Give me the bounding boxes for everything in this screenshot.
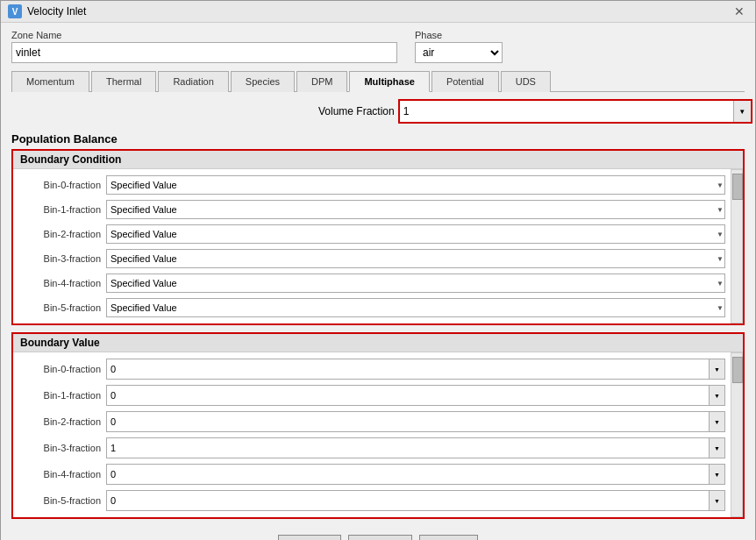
table-row: Bin-2-fraction ▼ (18, 409, 725, 435)
bin-1-select-wrapper: Specified Value Profile ▼ (106, 200, 725, 219)
bv-bin-label-3: Bin-3-fraction (18, 443, 106, 453)
boundary-value-content: Bin-0-fraction ▼ Bin-1-fraction ▼ (13, 352, 743, 517)
bin-0-select[interactable]: Specified Value Profile (106, 175, 725, 195)
volume-fraction-input[interactable] (400, 101, 733, 122)
volume-fraction-row: Volume Fraction ▼ (318, 99, 745, 124)
table-row: Bin-3-fraction ▼ (18, 435, 725, 461)
bv-bin-label-4: Bin-4-fraction (18, 469, 106, 480)
table-row: Bin-1-fraction ▼ (18, 382, 725, 409)
bv-bin-label-5: Bin-5-fraction (18, 495, 106, 506)
bin-label-3: Bin-3-fraction (18, 253, 106, 264)
bv-bin-1-dropdown[interactable]: ▼ (709, 386, 724, 405)
bv-bin-0-dropdown[interactable]: ▼ (709, 359, 724, 379)
boundary-condition-panel: Boundary Condition Bin-0-fraction Specif… (11, 149, 745, 325)
bv-bin-3-wrapper: ▼ (106, 437, 725, 458)
bv-bin-2-input[interactable] (107, 412, 709, 431)
bv-bin-0-wrapper: ▼ (106, 359, 725, 380)
bin-3-select[interactable]: Specified Value Profile (106, 249, 725, 268)
zone-name-label: Zone Name (11, 30, 397, 40)
close-button[interactable]: Close (348, 535, 412, 540)
bin-3-select-wrapper: Specified Value Profile ▼ (106, 249, 725, 268)
boundary-value-title: Boundary Value (13, 334, 743, 352)
bin-5-select[interactable]: Specified Value Profile (106, 298, 725, 317)
table-row: Bin-3-fraction Specified Value Profile ▼ (18, 246, 725, 271)
scrollbar-thumb-bv (732, 357, 743, 383)
window-icon: V (8, 4, 22, 18)
bin-2-select-wrapper: Specified Value Profile ▼ (106, 224, 725, 244)
table-row: Bin-5-fraction ▼ (18, 487, 725, 514)
bin-label-4: Bin-4-fraction (18, 278, 106, 288)
zone-name-group: Zone Name (11, 30, 397, 63)
phase-select-wrapper: air water mixture (415, 42, 503, 63)
bv-bin-5-wrapper: ▼ (106, 490, 725, 511)
window-title: Velocity Inlet (27, 5, 86, 18)
bv-bin-1-input[interactable] (107, 386, 709, 405)
population-balance-title: Population Balance (11, 132, 745, 146)
bin-0-select-wrapper: Specified Value Profile ▼ (106, 175, 725, 195)
zone-name-input[interactable] (11, 42, 397, 63)
volume-fraction-label: Volume Fraction (318, 105, 395, 117)
bv-bin-label-1: Bin-1-fraction (18, 390, 106, 401)
bin-4-select-wrapper: Specified Value Profile ▼ (106, 274, 725, 293)
boundary-condition-title: Boundary Condition (13, 151, 743, 169)
bv-bin-5-input[interactable] (107, 491, 709, 510)
tab-uds[interactable]: UDS (501, 71, 551, 92)
bv-bin-label-2: Bin-2-fraction (18, 416, 106, 427)
bin-label-0: Bin-0-fraction (18, 180, 106, 190)
phase-label: Phase (415, 30, 503, 40)
bin-2-select[interactable]: Specified Value Profile (106, 224, 725, 244)
tab-dpm[interactable]: DPM (296, 71, 347, 92)
help-button[interactable]: Help (419, 535, 478, 540)
tab-momentum[interactable]: Momentum (11, 71, 89, 92)
table-row: Bin-1-fraction Specified Value Profile ▼ (18, 197, 725, 222)
apply-button[interactable]: Apply (278, 535, 341, 540)
bv-bin-2-wrapper: ▼ (106, 411, 725, 432)
bin-label-5: Bin-5-fraction (18, 302, 106, 313)
bv-bin-4-input[interactable] (107, 465, 709, 484)
boundary-value-panel: Boundary Value Bin-0-fraction ▼ Bin-1-fr… (11, 332, 745, 519)
boundary-value-scrollbar[interactable] (731, 352, 743, 517)
bv-bin-0-input[interactable] (107, 359, 709, 379)
bin-4-select[interactable]: Specified Value Profile (106, 274, 725, 293)
boundary-value-bins: Bin-0-fraction ▼ Bin-1-fraction ▼ (13, 352, 731, 517)
table-row: Bin-4-fraction ▼ (18, 461, 725, 487)
scrollbar-thumb-bc (732, 174, 743, 200)
title-bar-left: V Velocity Inlet (8, 4, 86, 18)
tabs-bar: Momentum Thermal Radiation Species DPM M… (11, 70, 745, 92)
table-row: Bin-0-fraction ▼ (18, 356, 725, 382)
tab-potential[interactable]: Potential (431, 71, 499, 92)
tab-multiphase[interactable]: Multiphase (349, 71, 429, 92)
table-row: Bin-4-fraction Specified Value Profile ▼ (18, 271, 725, 295)
phase-select[interactable]: air water mixture (415, 42, 503, 63)
table-row: Bin-2-fraction Specified Value Profile ▼ (18, 222, 725, 246)
bv-bin-5-dropdown[interactable]: ▼ (709, 491, 724, 510)
zone-phase-row: Zone Name Phase air water mixture (11, 30, 745, 63)
volume-fraction-input-wrapper: ▼ (398, 99, 752, 124)
bottom-buttons: Apply Close Help (11, 526, 745, 540)
table-row: Bin-5-fraction Specified Value Profile ▼ (18, 295, 725, 320)
bv-bin-4-dropdown[interactable]: ▼ (709, 465, 724, 484)
title-bar: V Velocity Inlet ✕ (1, 1, 755, 23)
window-close-button[interactable]: ✕ (731, 5, 748, 18)
table-row: Bin-0-fraction Specified Value Profile ▼ (18, 173, 725, 197)
bin-label-2: Bin-2-fraction (18, 229, 106, 239)
phase-group: Phase air water mixture (415, 30, 503, 63)
boundary-condition-content: Bin-0-fraction Specified Value Profile ▼… (13, 169, 743, 323)
tab-thermal[interactable]: Thermal (91, 71, 156, 92)
bv-bin-3-input[interactable] (107, 438, 709, 458)
volume-fraction-dropdown-button[interactable]: ▼ (733, 101, 751, 122)
bv-bin-label-0: Bin-0-fraction (18, 364, 106, 374)
bin-5-select-wrapper: Specified Value Profile ▼ (106, 298, 725, 317)
dialog-content: Zone Name Phase air water mixture Moment… (1, 23, 755, 540)
tab-radiation[interactable]: Radiation (158, 71, 228, 92)
bv-bin-3-dropdown[interactable]: ▼ (709, 438, 724, 458)
tab-species[interactable]: Species (231, 71, 295, 92)
bv-bin-4-wrapper: ▼ (106, 464, 725, 485)
velocity-inlet-dialog: V Velocity Inlet ✕ Zone Name Phase air w… (0, 0, 756, 540)
bv-bin-2-dropdown[interactable]: ▼ (709, 412, 724, 431)
boundary-condition-bins: Bin-0-fraction Specified Value Profile ▼… (13, 169, 731, 323)
bin-label-1: Bin-1-fraction (18, 204, 106, 215)
boundary-condition-scrollbar[interactable] (731, 169, 743, 323)
bin-1-select[interactable]: Specified Value Profile (106, 200, 725, 219)
bv-bin-1-wrapper: ▼ (106, 385, 725, 406)
